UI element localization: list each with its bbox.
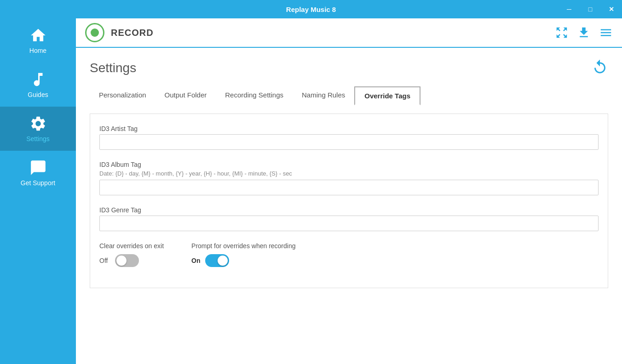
record-dot — [91, 28, 99, 37]
tab-override-tags[interactable]: Override Tags — [354, 86, 420, 105]
prompt-overrides-label: Prompt for overrides when recording — [191, 242, 295, 250]
sidebar-item-home-label: Home — [29, 47, 46, 54]
tab-personalization[interactable]: Personalization — [90, 86, 156, 104]
settings-header: Settings — [90, 59, 608, 77]
sidebar-item-settings-label: Settings — [26, 135, 50, 142]
toggle-section: Clear overrides on exit Off Prompt for o… — [99, 242, 599, 267]
maximize-button[interactable]: □ — [580, 0, 601, 18]
album-tag-group: ID3 Album Tag Date: {D} - day, {M} - mon… — [99, 161, 599, 195]
download-button[interactable] — [577, 26, 591, 40]
download-icon — [577, 26, 591, 40]
genre-tag-input[interactable] — [99, 216, 599, 231]
gear-icon — [29, 115, 47, 132]
prompt-overrides-group: Prompt for overrides when recording On — [191, 242, 295, 267]
artist-tag-input[interactable] — [99, 134, 599, 150]
settings-area: Settings Personalization Output Folder R… — [76, 48, 622, 364]
artist-tag-group: ID3 Artist Tag — [99, 125, 599, 150]
chat-icon — [29, 159, 47, 176]
music-icon — [29, 71, 47, 88]
sidebar-item-guides[interactable]: Guides — [0, 63, 76, 107]
album-tag-label: ID3 Album Tag — [99, 161, 599, 168]
clear-overrides-toggle-row: Off — [99, 254, 164, 267]
settings-tabs: Personalization Output Folder Recording … — [90, 86, 608, 104]
sidebar-item-guides-label: Guides — [28, 91, 48, 98]
page-title: Settings — [90, 61, 136, 75]
reset-icon — [592, 59, 608, 75]
genre-tag-group: ID3 Genre Tag — [99, 206, 599, 231]
clear-overrides-knob — [116, 256, 127, 266]
app-title: Replay Music 8 — [286, 6, 336, 13]
minimize-button[interactable]: ─ — [559, 0, 580, 18]
prompt-overrides-state: On — [191, 257, 200, 264]
app-body: Home Guides Settings Get Support — [0, 18, 622, 364]
genre-tag-label: ID3 Genre Tag — [99, 206, 599, 214]
sidebar-item-support[interactable]: Get Support — [0, 151, 76, 195]
header-actions — [555, 26, 613, 40]
home-icon — [29, 27, 47, 44]
sidebar-item-home[interactable]: Home — [0, 18, 76, 63]
sidebar-item-support-label: Get Support — [21, 179, 56, 187]
clear-overrides-label: Clear overrides on exit — [99, 242, 164, 250]
album-tag-input[interactable] — [99, 180, 599, 195]
compress-icon — [555, 26, 569, 40]
reset-button[interactable] — [592, 59, 608, 77]
tab-output-folder[interactable]: Output Folder — [156, 86, 216, 104]
record-icon-wrap — [85, 23, 104, 42]
tab-naming-rules[interactable]: Naming Rules — [293, 86, 354, 104]
prompt-overrides-toggle-row: On — [191, 254, 295, 267]
menu-icon — [599, 26, 613, 40]
tab-recording-settings[interactable]: Recording Settings — [216, 86, 293, 104]
clear-overrides-group: Clear overrides on exit Off — [99, 242, 164, 267]
prompt-overrides-toggle[interactable] — [205, 254, 229, 267]
sidebar-item-settings[interactable]: Settings — [0, 107, 76, 151]
override-tags-panel: ID3 Artist Tag ID3 Album Tag Date: {D} -… — [90, 114, 608, 288]
album-tag-sublabel: Date: {D} - day, {M} - month, {Y} - year… — [99, 170, 599, 177]
clear-overrides-state: Off — [99, 257, 110, 264]
clear-overrides-toggle[interactable] — [115, 254, 139, 267]
header-bar: RECORD — [76, 18, 622, 48]
close-button[interactable]: ✕ — [601, 0, 622, 18]
prompt-overrides-knob — [218, 256, 228, 266]
sidebar: Home Guides Settings Get Support — [0, 18, 76, 364]
menu-button[interactable] — [599, 26, 613, 40]
title-bar-controls: ─ □ ✕ — [559, 0, 622, 18]
header-title: RECORD — [111, 28, 154, 38]
compress-button[interactable] — [555, 26, 569, 40]
content-area: RECORD — [76, 18, 622, 364]
artist-tag-label: ID3 Artist Tag — [99, 125, 599, 132]
title-bar: Replay Music 8 ─ □ ✕ — [0, 0, 622, 18]
